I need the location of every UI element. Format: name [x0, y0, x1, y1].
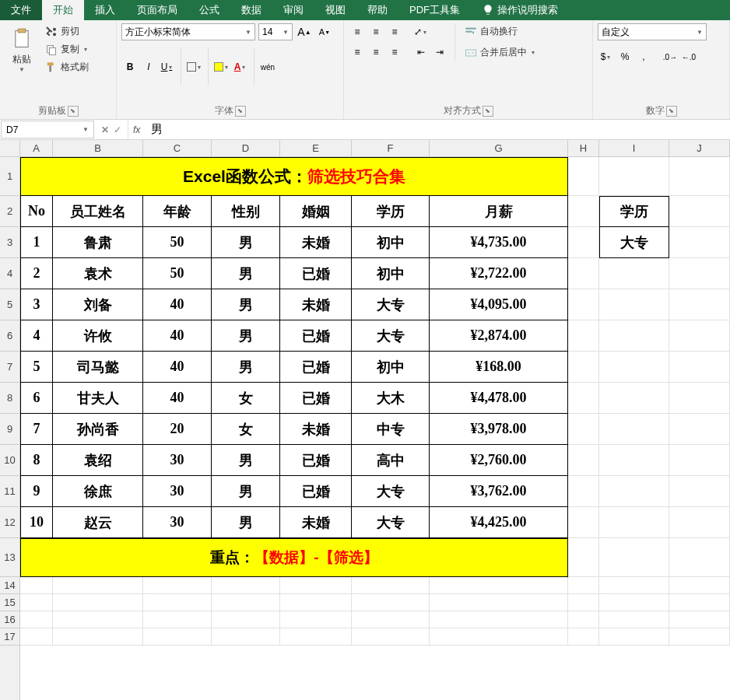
cell[interactable]: 8: [20, 445, 53, 476]
cell[interactable]: 大专: [352, 320, 430, 352]
cell[interactable]: 30: [143, 507, 212, 538]
cell[interactable]: [568, 383, 599, 414]
cell[interactable]: [20, 628, 53, 646]
italic-button[interactable]: I: [140, 58, 157, 75]
format-painter-button[interactable]: 格式刷: [42, 59, 92, 75]
cell[interactable]: [568, 538, 599, 577]
percent-button[interactable]: %: [616, 48, 633, 65]
cell[interactable]: 初中: [352, 227, 430, 258]
cell[interactable]: 高中: [352, 445, 430, 476]
cell[interactable]: [669, 196, 730, 227]
cell[interactable]: 大木: [352, 383, 430, 414]
tab-data[interactable]: 数据: [230, 0, 272, 20]
cell[interactable]: [568, 507, 599, 538]
cell[interactable]: 50: [143, 258, 212, 289]
select-all-corner[interactable]: [0, 140, 20, 157]
cell[interactable]: 女: [212, 414, 280, 445]
cell[interactable]: [669, 507, 730, 538]
row-header[interactable]: 7: [0, 352, 19, 383]
row-header[interactable]: 15: [0, 594, 19, 611]
cell[interactable]: 许攸: [53, 320, 143, 352]
cell[interactable]: 10: [20, 507, 53, 538]
cell[interactable]: [143, 628, 212, 646]
cell[interactable]: [568, 577, 599, 594]
cell[interactable]: ¥4,735.00: [430, 227, 568, 258]
fx-label[interactable]: fx: [128, 120, 145, 139]
cell[interactable]: 1: [20, 227, 53, 258]
align-top-button[interactable]: ≡: [349, 23, 366, 40]
cell[interactable]: 孙尚香: [53, 414, 143, 445]
cell[interactable]: [352, 594, 430, 611]
column-header[interactable]: D: [212, 140, 280, 156]
cell[interactable]: 袁绍: [53, 445, 143, 476]
cell[interactable]: 40: [143, 289, 212, 320]
cell[interactable]: 40: [143, 352, 212, 383]
cell[interactable]: 婚姻: [280, 196, 352, 227]
cell[interactable]: 学历: [599, 196, 669, 227]
cell[interactable]: 大专: [352, 476, 430, 507]
align-launcher[interactable]: ⬊: [483, 106, 493, 117]
cell[interactable]: [212, 611, 280, 628]
cell[interactable]: 男: [212, 507, 280, 538]
cell[interactable]: [280, 611, 352, 628]
cell[interactable]: ¥2,722.00: [430, 258, 568, 289]
cell[interactable]: [599, 414, 669, 445]
cell[interactable]: [53, 611, 143, 628]
cell[interactable]: 学历: [352, 196, 430, 227]
cell[interactable]: [669, 445, 730, 476]
cell[interactable]: 男: [212, 352, 280, 383]
cell[interactable]: Excel函数公式：筛选技巧合集: [20, 157, 568, 196]
cell[interactable]: [568, 289, 599, 320]
cell[interactable]: 男: [212, 320, 280, 352]
tab-pdf[interactable]: PDF工具集: [398, 0, 471, 20]
cell[interactable]: [280, 594, 352, 611]
tab-pagelayout[interactable]: 页面布局: [126, 0, 188, 20]
cell[interactable]: [669, 577, 730, 594]
cell[interactable]: 已婚: [280, 258, 352, 289]
cell[interactable]: 员工姓名: [53, 196, 143, 227]
cell[interactable]: [212, 628, 280, 646]
cell[interactable]: 刘备: [53, 289, 143, 320]
cell[interactable]: 大专: [352, 289, 430, 320]
copy-button[interactable]: 复制▾: [42, 41, 92, 58]
row-header[interactable]: 10: [0, 445, 19, 476]
cell[interactable]: [20, 594, 53, 611]
cell[interactable]: ¥3,978.00: [430, 414, 568, 445]
cell[interactable]: [212, 594, 280, 611]
fill-color-button[interactable]: ▾: [213, 58, 230, 75]
tab-home[interactable]: 开始: [42, 0, 84, 20]
align-center-button[interactable]: ≡: [367, 44, 384, 61]
border-button[interactable]: ▾: [186, 58, 203, 75]
cell[interactable]: 初中: [352, 258, 430, 289]
font-launcher[interactable]: ⬊: [235, 106, 246, 117]
decrease-indent-button[interactable]: ⇤: [412, 44, 430, 61]
cell[interactable]: [568, 352, 599, 383]
cell[interactable]: 40: [143, 383, 212, 414]
cell[interactable]: 司马懿: [53, 352, 143, 383]
cell[interactable]: [599, 320, 669, 352]
enter-icon[interactable]: ✓: [114, 124, 121, 135]
cell[interactable]: 男: [212, 227, 280, 258]
cell[interactable]: 5: [20, 352, 53, 383]
cell[interactable]: [599, 611, 669, 628]
row-header[interactable]: 6: [0, 320, 19, 352]
column-header[interactable]: J: [669, 140, 730, 156]
cell[interactable]: [212, 577, 280, 594]
cell[interactable]: [599, 352, 669, 383]
cell[interactable]: [20, 577, 53, 594]
tab-search[interactable]: 操作说明搜索: [471, 0, 569, 20]
cell[interactable]: [599, 594, 669, 611]
row-header[interactable]: 1: [0, 157, 19, 196]
wrap-text-button[interactable]: 自动换行: [462, 23, 539, 40]
number-format-select[interactable]: 自定义▼: [598, 23, 707, 40]
cell[interactable]: 重点：【数据】-【筛选】: [20, 538, 568, 577]
cell[interactable]: [669, 258, 730, 289]
cell[interactable]: 男: [212, 445, 280, 476]
bold-button[interactable]: B: [121, 58, 139, 75]
cell[interactable]: ¥4,095.00: [430, 289, 568, 320]
cell[interactable]: [53, 594, 143, 611]
row-header[interactable]: 5: [0, 289, 19, 320]
row-header[interactable]: 11: [0, 476, 19, 507]
font-name-select[interactable]: 方正小标宋简体▼: [121, 23, 255, 40]
cell[interactable]: 未婚: [280, 227, 352, 258]
